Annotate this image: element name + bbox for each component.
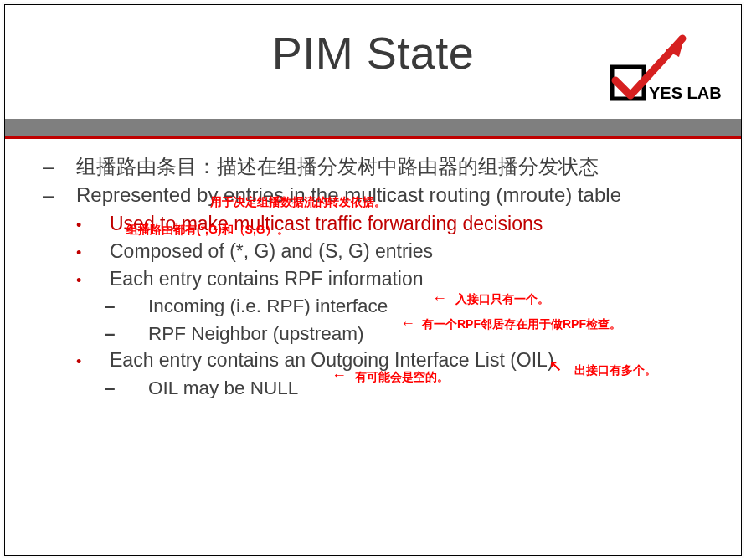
annotation-may-be-null: 有可能会是空的。 [355, 370, 449, 385]
arrow-left-icon: ← [332, 367, 347, 384]
text: RPF Neighbor (upstream) [148, 323, 364, 344]
bullet-icon: • [93, 352, 110, 372]
text: Incoming (i.e. RPF) interface [148, 295, 388, 316]
bullet-l1-mroute-entry-cn: –组播路由条目：描述在组播分发树中路由器的组播分发状态 [59, 153, 724, 180]
arrow-left-icon: ← [432, 290, 447, 307]
annotation-many-outgoing: 出接口有多个。 [574, 363, 656, 378]
text: Each entry contains RPF information [110, 268, 424, 290]
bullet-icon: • [93, 216, 110, 235]
text: 组播路由条目：描述在组播分发树中路由器的组播分发状态 [76, 155, 599, 177]
logo-text: YES LAB [649, 84, 722, 102]
divider-bar [5, 119, 741, 139]
dash-icon: – [59, 153, 76, 180]
bullet-l3-incoming: –Incoming (i.e. RPF) interface [126, 294, 724, 318]
arrow-left-icon: ← [400, 315, 415, 332]
slide-title: PIM State [272, 28, 475, 78]
logo: YES LAB [607, 32, 733, 107]
dash-icon: – [126, 321, 148, 346]
bullet-icon: • [93, 244, 110, 263]
yeslab-logo-icon: YES LAB [607, 32, 733, 111]
arrow-upleft-icon: ↖ [549, 357, 562, 375]
dash-icon: – [59, 182, 76, 208]
annotation-forwarding-basis: 用于决定组播数据流的转发依据。 [210, 195, 386, 210]
text: Composed of (*, G) and (S, G) entries [110, 240, 433, 262]
annotation-rpf-neighbor: 有一个RPF邻居存在用于做RPF检查。 [422, 317, 621, 332]
bullet-l1-represented: –Represented by entries in the multicast… [59, 182, 724, 208]
annotation-one-incoming: 入接口只有一个。 [455, 292, 549, 307]
dash-icon: – [126, 376, 148, 400]
bullet-l2-composed: •Composed of (*, G) and (S, G) entries [93, 239, 724, 265]
slide-container: PIM State YES LAB –组播路由条目：描述在组播分发树中路由器的组… [4, 4, 742, 556]
text: OIL may be NULL [148, 378, 298, 398]
annotation-star-g-s-g: 组播路由都有(*,G)和（S,G）。 [126, 223, 289, 238]
bullet-icon: • [93, 271, 110, 290]
bullet-l2-rpf-info: •Each entry contains RPF information [93, 267, 724, 292]
dash-icon: – [126, 294, 148, 318]
